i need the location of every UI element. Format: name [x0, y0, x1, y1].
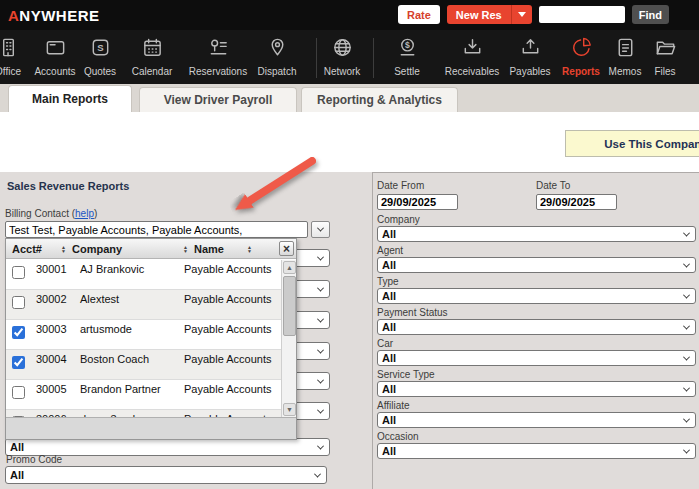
column-header-name[interactable]: Name▲▼: [194, 243, 258, 255]
billing-contact-input[interactable]: [5, 221, 308, 238]
chevron-down-icon: [317, 346, 324, 353]
rate-button[interactable]: Rate: [398, 5, 440, 24]
app-window: ANYWHERE Rate New Res Find Office Accoun…: [0, 0, 699, 489]
date-from-label: Date From: [377, 179, 536, 192]
scroll-down-icon[interactable]: ▼: [283, 403, 296, 416]
pin-list-icon: [207, 36, 230, 63]
chevron-down-icon: [317, 442, 324, 449]
anywhere-logo: ANYWHERE: [8, 7, 100, 24]
service-type-select[interactable]: All: [377, 381, 696, 397]
svg-text:S: S: [97, 42, 104, 53]
picker-footer: [6, 417, 296, 439]
table-row[interactable]: 30004 Boston Coach Payable Accounts: [6, 350, 281, 380]
tray-arrow-up-icon: [519, 36, 542, 63]
sort-arrows-icon: ▲▼: [247, 245, 252, 253]
chevron-down-icon: [683, 229, 690, 236]
tab-reporting-analytics[interactable]: Reporting & Analytics: [301, 87, 458, 112]
company-label: Company: [377, 214, 695, 226]
folder-icon: [654, 36, 677, 63]
type-label: Type: [377, 276, 695, 288]
date-from-input[interactable]: [377, 194, 458, 210]
affiliate-label: Affiliate: [377, 400, 695, 412]
chevron-down-icon: [317, 376, 324, 383]
global-search-input[interactable]: [539, 6, 625, 23]
column-header-acct[interactable]: Acct#▲▼: [12, 243, 72, 255]
svg-text:$: $: [405, 40, 410, 50]
table-row[interactable]: 30001 AJ Brankovic Payable Accounts: [6, 260, 281, 290]
agent-select[interactable]: All: [377, 257, 696, 273]
row-checkbox[interactable]: [12, 386, 25, 399]
chevron-down-icon: [683, 384, 690, 391]
row-checkbox[interactable]: [12, 296, 25, 309]
occasion-select[interactable]: All: [377, 443, 696, 459]
chevron-down-icon: [683, 322, 690, 329]
sort-arrows-icon: ▲▼: [183, 245, 188, 253]
help-link[interactable]: help: [75, 208, 94, 219]
calendar-icon: [141, 36, 164, 63]
chevron-down-icon: [683, 415, 690, 422]
top-bar: ANYWHERE Rate New Res Find: [0, 0, 699, 30]
new-res-button[interactable]: New Res: [447, 5, 532, 24]
tab-main-reports[interactable]: Main Reports: [8, 85, 132, 112]
chevron-down-icon: [683, 291, 690, 298]
chevron-down-icon: [317, 284, 324, 291]
caret-down-icon: [518, 12, 526, 17]
picker-header: Acct#▲▼ Company▲▼ Name▲▼ ×: [6, 239, 296, 259]
date-to-input[interactable]: [536, 194, 617, 210]
map-pin-icon: [266, 36, 289, 63]
new-res-dropdown[interactable]: [511, 5, 532, 24]
tray-arrow-down-icon: [461, 36, 484, 63]
billing-contact-dropdown-button[interactable]: [311, 221, 330, 238]
promo-code-select[interactable]: All: [5, 466, 327, 484]
chevron-down-icon: [314, 470, 321, 477]
car-label: Car: [377, 338, 695, 350]
chevron-down-icon: [317, 406, 324, 413]
occasion-label: Occasion: [377, 431, 695, 443]
row-checkbox[interactable]: [12, 326, 25, 339]
billing-contact-picker-popup: Acct#▲▼ Company▲▼ Name▲▼ × 30001 AJ Bran…: [5, 238, 297, 440]
billing-contact-label: Billing Contact (help): [5, 208, 97, 219]
filters-panel: Date From Date To Company All Agent All …: [372, 172, 699, 489]
use-this-company-button[interactable]: Use This Company: [565, 130, 699, 157]
chevron-down-icon: [317, 225, 324, 232]
service-type-label: Service Type: [377, 369, 695, 381]
main-nav: Office Accounts S Quotes Calendar Reserv…: [0, 30, 699, 84]
picker-body: 30001 AJ Brankovic Payable Accounts 3000…: [6, 260, 296, 417]
globe-icon: [331, 36, 354, 63]
chevron-down-icon: [683, 260, 690, 267]
company-select[interactable]: All: [377, 226, 696, 242]
agent-label: Agent: [377, 245, 695, 257]
car-select[interactable]: All: [377, 350, 696, 366]
report-tabs: Main Reports View Driver Payroll Reporti…: [0, 84, 699, 112]
row-checkbox[interactable]: [12, 266, 25, 279]
scrollbar-thumb[interactable]: [283, 276, 296, 336]
chevron-down-icon: [317, 253, 324, 260]
table-row[interactable]: 30006 demo 3nad Payable Accounts: [6, 410, 281, 417]
quote-s-icon: S: [89, 36, 112, 63]
tab-view-driver-payroll[interactable]: View Driver Payroll: [139, 87, 297, 112]
chevron-down-icon: [317, 315, 324, 322]
nav-item-files[interactable]: Files: [627, 36, 699, 77]
payment-status-label: Payment Status: [377, 307, 695, 319]
scroll-up-icon[interactable]: ▲: [283, 261, 296, 274]
promo-code-label: Promo Code: [6, 454, 62, 465]
find-button[interactable]: Find: [632, 5, 669, 24]
payment-status-select[interactable]: All: [377, 319, 696, 335]
table-row[interactable]: 30005 Brandon Partner Payable Accounts: [6, 380, 281, 410]
sort-arrows-icon: ▲▼: [61, 245, 66, 253]
chevron-down-icon: [683, 446, 690, 453]
dollar-circle-icon: $: [396, 36, 419, 63]
table-row[interactable]: 30003 artusmode Payable Accounts: [6, 320, 281, 350]
scrollbar[interactable]: ▲ ▼: [281, 260, 296, 417]
row-checkbox[interactable]: [12, 356, 25, 369]
type-select[interactable]: All: [377, 288, 696, 304]
page-title: Sales Revenue Reports: [7, 180, 129, 192]
affiliate-select[interactable]: All: [377, 412, 696, 428]
chevron-down-icon: [683, 353, 690, 360]
column-header-company[interactable]: Company▲▼: [72, 243, 194, 255]
close-icon[interactable]: ×: [279, 241, 294, 256]
table-row[interactable]: 30002 Alextest Payable Accounts: [6, 290, 281, 320]
nav-item-calendar[interactable]: Calendar: [114, 36, 190, 77]
date-to-label: Date To: [536, 179, 695, 192]
